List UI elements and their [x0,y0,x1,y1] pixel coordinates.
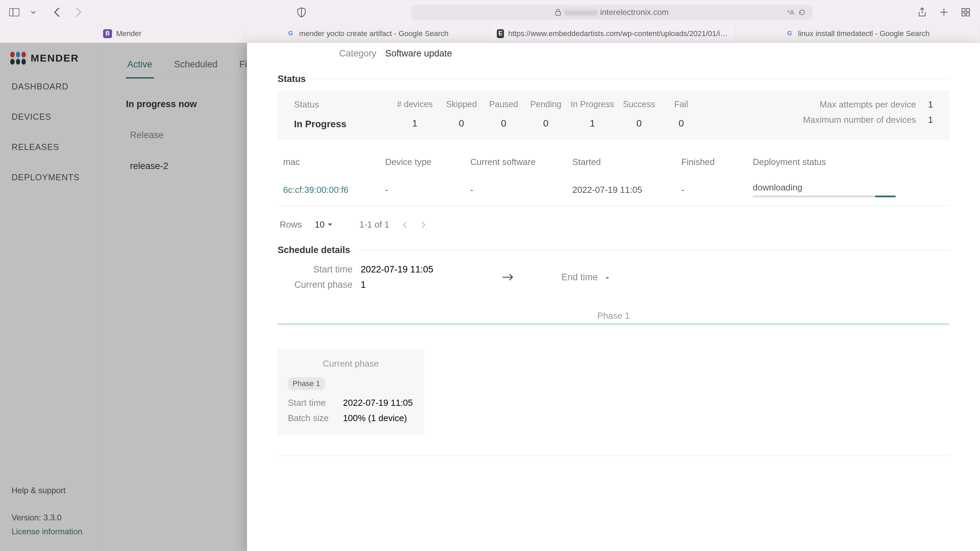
address-bar[interactable]: xxxxxxxx.interelectronix.com ᵃA [411,5,813,20]
share-icon[interactable] [916,6,928,18]
device-mac-link[interactable]: 6c:cf:39:00:00:f6 [283,185,348,195]
th-deployment-status[interactable]: Deployment status [747,150,950,174]
progress-bar [753,195,896,197]
chevron-down-icon[interactable] [27,6,40,18]
browser-toolbar: xxxxxxxx.interelectronix.com ᵃA [0,0,980,24]
status-col-success: Success0 [618,99,660,129]
start-time-value: 2022-07-19 11:05 [361,264,433,275]
end-time-value: - [606,272,609,283]
phase-bar-label: Phase 1 [278,311,950,321]
current-phase-value: 1 [361,279,366,290]
status-col-paused: Paused0 [482,99,525,129]
tab-label: https://www.embeddedartists.com/wp-conte… [508,29,728,38]
table-row[interactable]: 6c:cf:39:00:00:f6 - - 2022-07-19 11:05 -… [278,174,950,206]
browser-tab-0[interactable]: B Mender [0,24,245,43]
back-button[interactable] [51,6,63,18]
favicon-icon: E [497,29,504,38]
rows-label: Rows [280,219,302,230]
cell-device-type: - [380,174,465,206]
phase-bar: Phase 1 [278,311,950,325]
svg-rect-4 [962,8,965,11]
phase-batch-value: 100% (1 device) [343,413,407,424]
arrow-right-icon [502,273,514,281]
tab-label: Mender [116,29,142,38]
svg-rect-7 [966,13,969,16]
pager-range: 1-1 of 1 [360,219,389,230]
th-mac[interactable]: mac [278,150,380,174]
translate-icon[interactable]: ᵃA [787,8,794,16]
start-time-label: Start time [278,264,353,275]
th-started[interactable]: Started [567,150,676,174]
tab-overview-icon[interactable] [959,6,972,18]
reload-button[interactable]: ᵃA [787,8,806,16]
category-label: Category [322,48,376,59]
th-device-type[interactable]: Device type [380,150,465,174]
tab-strip: B Mender G mender yocto create artifact … [0,24,980,43]
phase-start-value: 2022-07-19 11:05 [343,398,413,408]
tab-label: linux install timedatectl - Google Searc… [798,29,929,38]
th-current-software[interactable]: Current software [465,150,567,174]
svg-rect-0 [10,8,19,16]
lock-icon [555,9,561,16]
favicon-icon: G [286,29,295,38]
phase-card-title: Current phase [288,359,414,369]
cell-started: 2022-07-19 11:05 [567,174,676,206]
phase-card: Current phase Phase 1 Start time2022-07-… [278,349,424,435]
max-attempts-value: 1 [926,99,933,110]
favicon-icon: G [785,29,794,38]
browser-tab-2[interactable]: E https://www.embeddedartists.com/wp-con… [490,24,735,43]
status-section-title: Status [278,74,950,84]
favicon-icon: B [103,29,112,38]
status-label: Status [294,99,389,110]
max-devices-value: 1 [926,114,933,125]
browser-tab-3[interactable]: G linux install timedatectl - Google Sea… [735,24,980,43]
current-phase-label: Current phase [278,279,353,290]
browser-tab-1[interactable]: G mender yocto create artifact - Google … [245,24,490,43]
svg-rect-3 [556,11,560,15]
category-value: Software update [385,48,452,59]
phase-batch-label: Batch size [288,413,336,424]
shield-icon[interactable] [295,6,308,18]
schedule-section-title: Schedule details [278,245,950,256]
end-time-label: End time [562,272,598,283]
rows-per-page-select[interactable]: 10 [315,219,333,230]
pager-next-button[interactable] [421,221,426,229]
pager-prev-button[interactable] [402,221,408,229]
status-col-fail: Fail0 [660,99,702,129]
status-value: In Progress [294,119,389,130]
svg-rect-5 [966,8,969,11]
th-finished[interactable]: Finished [676,150,747,174]
deployment-detail-sheet: Category Software update Status Status I… [247,43,980,551]
cell-status: downloading [747,174,950,206]
max-devices-label: Maximum number of devices [803,114,916,125]
max-attempts-label: Max attempts per device [820,99,916,110]
url-host: interelectronix.com [600,8,669,17]
chevron-down-icon [327,223,333,227]
status-col-skipped: Skipped0 [440,99,482,129]
status-panel: Status In Progress # devices1 Skipped0 P… [278,91,950,140]
sidebar-toggle-icon[interactable] [8,6,21,18]
table-pager: Rows 10 1-1 of 1 [278,219,950,230]
tab-label: mender yocto create artifact - Google Se… [299,29,449,38]
svg-rect-6 [962,13,965,16]
devices-table: mac Device type Current software Started… [278,150,950,206]
new-tab-icon[interactable] [938,6,950,18]
phase-badge: Phase 1 [288,377,325,390]
forward-button[interactable] [72,6,84,18]
status-col-pending: Pending0 [525,99,567,129]
status-col-inprogress: In Progress1 [567,99,618,129]
phase-start-label: Start time [288,398,336,408]
cell-current-sw: - [465,174,567,206]
cell-finished: - [676,174,747,206]
status-col-devices: # devices1 [389,99,440,129]
